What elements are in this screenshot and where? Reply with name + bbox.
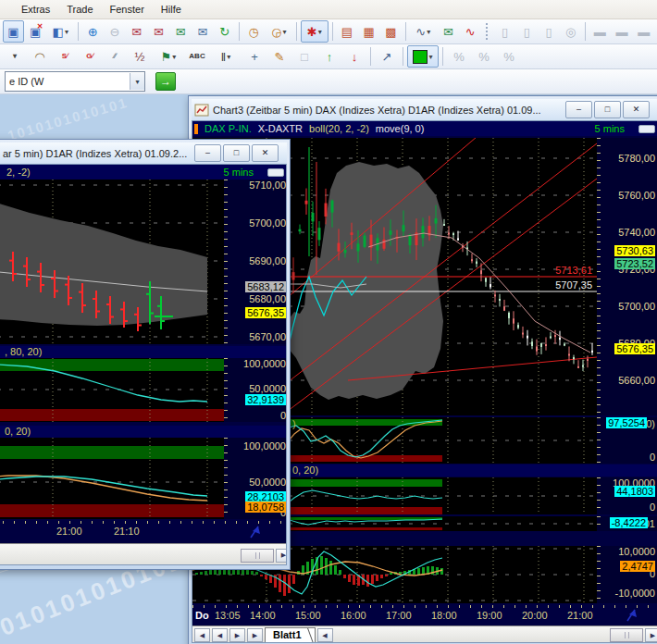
layout-3-icon[interactable]: ▬	[633, 20, 654, 43]
scale-label: 50,0000	[249, 477, 286, 488]
left-ind1-panel[interactable]: 100,000050,0000032,9139	[0, 358, 287, 422]
doc-right-icon[interactable]: ▯	[539, 20, 560, 43]
left-window-titlebar[interactable]: ar 5 min) D1AR (Indizes Xetra) 01.09.2..…	[0, 142, 287, 164]
tab-next-button[interactable]: ▶	[229, 628, 245, 642]
vertical-line-icon[interactable]: ‖▾	[210, 45, 242, 68]
s-trend-tool-icon[interactable]: S∕	[53, 45, 77, 68]
indicator-scale[interactable]: 100,000044,18030	[597, 477, 657, 514]
tab-first-button[interactable]: ◀	[194, 628, 210, 642]
panel-grip[interactable]	[267, 168, 284, 177]
flag-marker-icon[interactable]: ⚑▾	[153, 45, 184, 68]
clock-icon[interactable]: ◷	[243, 20, 265, 43]
scroll-left-button[interactable]: ◀	[317, 628, 333, 642]
scale-label: 5740,00	[618, 227, 655, 238]
link-1-icon[interactable]: %	[447, 45, 471, 68]
scrollbar-thumb[interactable]	[610, 628, 643, 642]
tools-dropdown-icon[interactable]: ▾	[3, 45, 27, 68]
tick-chart-icon[interactable]: ∿▾	[410, 20, 438, 43]
doc-up-icon[interactable]: ▯	[494, 20, 515, 43]
indicator-scale[interactable]: 0)097,5254	[597, 417, 657, 464]
data-window-icon[interactable]: ✉	[192, 20, 214, 43]
grid-small-icon[interactable]: ▤	[337, 20, 358, 43]
scroll-right-button[interactable]: ▶	[645, 628, 657, 642]
select-region-icon[interactable]: □	[292, 45, 316, 68]
flag-icon[interactable]	[625, 608, 638, 622]
tab-blatt1[interactable]: Blatt1	[265, 627, 316, 643]
search-binoculars-icon[interactable]: ◎	[560, 20, 581, 43]
duplicate-window-icon[interactable]: ▣	[3, 20, 24, 43]
new-window-icon[interactable]: ◧▾	[46, 20, 74, 43]
data-prev-icon[interactable]: ✉	[126, 20, 147, 43]
arc-tool-icon[interactable]: ◠	[28, 45, 52, 68]
menu-extras[interactable]: Extras	[13, 2, 58, 17]
layout-2-icon[interactable]: ▬	[612, 20, 633, 43]
doc-left-icon[interactable]: ▯	[516, 20, 538, 43]
text-tool-icon[interactable]: ABC	[185, 45, 209, 68]
price-scale[interactable]: 5780,005760,005740,005720,005700,005680,…	[597, 138, 657, 415]
minimize-button[interactable]: –	[194, 144, 221, 162]
symbol-select[interactable]: e ID (W ▾	[5, 71, 145, 92]
trend-arrow-icon[interactable]: ↗	[375, 45, 399, 68]
close-window-icon[interactable]: ▣✕	[25, 20, 46, 43]
menu-fenster[interactable]: Fenster	[102, 2, 153, 17]
parallel-lines-icon[interactable]: ∕∕	[103, 45, 127, 68]
chart-mail-icon[interactable]: ✉	[438, 20, 459, 43]
link-3-icon[interactable]: %	[497, 45, 521, 68]
link-2-icon[interactable]: %	[472, 45, 496, 68]
indicator-scale[interactable]: 100,000050,0000028,210318,0758	[224, 438, 287, 519]
scale-label: 5680,00	[249, 293, 286, 304]
minimize-button[interactable]: –	[565, 101, 592, 118]
tab-prev-button[interactable]: ◀	[212, 628, 228, 642]
grid-large-icon[interactable]: ▩	[380, 20, 402, 43]
layout-1-icon[interactable]: ▬	[589, 20, 611, 43]
data-send-icon[interactable]: ✉	[170, 20, 192, 43]
tab-last-button[interactable]: ▶	[247, 628, 263, 642]
arrow-down-icon[interactable]: ↓	[342, 45, 366, 68]
price-scale[interactable]: 5710,005700,005690,005680,005670,005683,…	[224, 180, 287, 344]
period-pinwheel-icon[interactable]: ✱▾	[301, 20, 328, 43]
close-button[interactable]: ✕	[252, 144, 279, 162]
scale-label: 0	[650, 502, 655, 513]
refresh-icon[interactable]: ↻	[214, 20, 235, 43]
flag-icon[interactable]	[248, 525, 262, 539]
grid-medium-icon[interactable]: ▦	[358, 20, 379, 43]
indicator-scale[interactable]: 100,000050,0000032,9139	[224, 358, 287, 422]
chart3-time-axis[interactable]: Do13:0514:0015:0016:0017:0018:0019:0020:…	[192, 605, 657, 624]
toolbar-separator	[405, 22, 406, 41]
scale-label: 5760,00	[618, 190, 655, 201]
left-ind2-panel[interactable]: 100,000050,0000028,210318,0758	[0, 438, 287, 519]
menu-hilfe[interactable]: Hilfe	[153, 2, 190, 17]
left-time-axis[interactable]: 20:4521:0021:10	[0, 521, 287, 541]
legend-indicator-move: move(9, 0)	[376, 123, 425, 134]
move-tool-icon[interactable]: +	[242, 45, 267, 68]
indicator-scale[interactable]: 10,00002,47470-10,0000	[597, 546, 657, 603]
indicator-scale[interactable]: 01-8,4222	[597, 516, 657, 531]
restore-button[interactable]: □	[594, 101, 621, 118]
time-label: 17:00	[386, 610, 412, 621]
chart-line-icon[interactable]: ∿	[460, 20, 481, 43]
scale-label: 5690,00	[249, 255, 286, 266]
chart3-titlebar[interactable]: Chart3 (Zeitbar 5 min) DAX (Indizes Xetr…	[192, 99, 657, 120]
interval-clock-icon[interactable]: ◶▾	[266, 20, 293, 43]
panel-grip[interactable]	[638, 125, 655, 133]
zoom-in-icon[interactable]: ⊕	[82, 20, 104, 43]
pencil-icon[interactable]: ✎	[267, 45, 291, 68]
fibonacci-tool-icon[interactable]: ½	[128, 45, 152, 68]
scrollbar-thumb[interactable]	[241, 549, 274, 563]
chevron-down-icon[interactable]: ▾	[130, 73, 144, 90]
data-next-icon[interactable]: ✉	[148, 20, 169, 43]
go-button[interactable]: →	[155, 72, 176, 91]
desktop-watermark: 1010101010101	[6, 94, 130, 143]
legend-color-bar	[194, 124, 198, 134]
time-label: 20:00	[522, 610, 548, 621]
menu-trade[interactable]: Trade	[58, 2, 101, 17]
scroll-right-button[interactable]: ▶	[276, 549, 287, 563]
restore-button[interactable]: □	[223, 144, 250, 162]
close-button[interactable]: ✕	[623, 101, 650, 118]
color-swatch[interactable]: ▾	[407, 45, 439, 68]
zoom-out-icon[interactable]: ⊖	[105, 20, 126, 43]
left-main-panel[interactable]: 5710,005700,005690,005680,005670,005683,…	[0, 180, 287, 344]
arrow-up-icon[interactable]: ↑	[317, 45, 341, 68]
g-trend-tool-icon[interactable]: G∕	[78, 45, 102, 68]
price-marker: 5723,52	[614, 258, 655, 269]
